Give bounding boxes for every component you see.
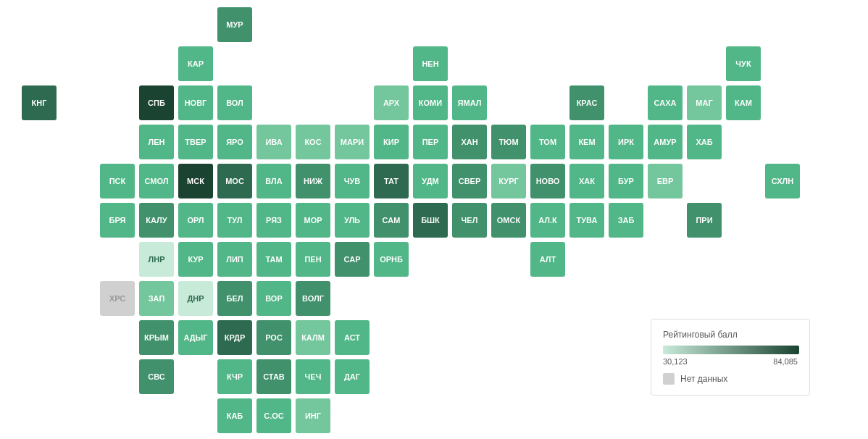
region-cell-ЛНР[interactable]: ЛНР <box>139 242 174 277</box>
region-cell-ОРЛ[interactable]: ОРЛ <box>178 203 213 238</box>
region-cell-МУР[interactable]: МУР <box>217 7 252 42</box>
region-cell-НОВО[interactable]: НОВО <box>530 164 565 198</box>
region-cell-ЧЕЧ[interactable]: ЧЕЧ <box>296 359 330 394</box>
region-cell-ХАН[interactable]: ХАН <box>452 125 487 159</box>
region-cell-УЛЬ[interactable]: УЛЬ <box>335 203 370 238</box>
region-cell-ХАК[interactable]: ХАК <box>569 164 604 198</box>
region-cell-ТАМ[interactable]: ТАМ <box>256 242 291 277</box>
region-cell-БЕЛ[interactable]: БЕЛ <box>217 281 252 316</box>
region-cell-НЕН[interactable]: НЕН <box>413 46 448 81</box>
region-cell-ВЛА[interactable]: ВЛА <box>256 164 291 198</box>
region-cell-ТАТ[interactable]: ТАТ <box>374 164 409 198</box>
region-cell-СМОЛ[interactable]: СМОЛ <box>139 164 174 198</box>
legend-min: 30,123 <box>663 357 688 366</box>
region-cell-ПЕН[interactable]: ПЕН <box>296 242 330 277</box>
region-cell-АЛТ[interactable]: АЛТ <box>530 242 565 277</box>
region-cell-КИР[interactable]: КИР <box>374 125 409 159</box>
region-cell-КАЛУ[interactable]: КАЛУ <box>139 203 174 238</box>
region-cell-САХА[interactable]: САХА <box>648 85 683 120</box>
region-cell-СПБ[interactable]: СПБ <box>139 85 174 120</box>
region-cell-ХАБ[interactable]: ХАБ <box>687 125 722 159</box>
region-cell-СВС[interactable]: СВС <box>139 359 174 394</box>
region-cell-КАЛМ[interactable]: КАЛМ <box>296 320 330 355</box>
region-cell-ТУВА[interactable]: ТУВА <box>569 203 604 238</box>
region-cell-С.ОС[interactable]: С.ОС <box>256 398 291 433</box>
region-cell-МОР[interactable]: МОР <box>296 203 330 238</box>
region-cell-АСТ[interactable]: АСТ <box>335 320 370 355</box>
region-cell-КУР[interactable]: КУР <box>178 242 213 277</box>
region-cell-НИЖ[interactable]: НИЖ <box>296 164 330 198</box>
region-cell-ЛЕН[interactable]: ЛЕН <box>139 125 174 159</box>
region-cell-ПСК[interactable]: ПСК <box>100 164 135 198</box>
region-cell-МОС[interactable]: МОС <box>217 164 252 198</box>
region-cell-КАМ[interactable]: КАМ <box>726 85 761 120</box>
region-cell-КНГ[interactable]: КНГ <box>22 85 57 120</box>
region-cell-МАРИ[interactable]: МАРИ <box>335 125 370 159</box>
legend-gradient <box>663 346 799 354</box>
region-cell-ТВЕР[interactable]: ТВЕР <box>178 125 213 159</box>
region-cell-АРХ[interactable]: АРХ <box>374 85 409 120</box>
region-cell-КЧР[interactable]: КЧР <box>217 359 252 394</box>
region-cell-СТАВ[interactable]: СТАВ <box>256 359 291 394</box>
region-cell-КРАС[interactable]: КРАС <box>569 85 604 120</box>
region-cell-ЗАП[interactable]: ЗАП <box>139 281 174 316</box>
region-cell-САР[interactable]: САР <box>335 242 370 277</box>
region-cell-ОРНБ[interactable]: ОРНБ <box>374 242 409 277</box>
legend-no-data: Нет данных <box>663 373 798 385</box>
region-cell-КРЫМ[interactable]: КРЫМ <box>139 320 174 355</box>
region-cell-МАГ[interactable]: МАГ <box>687 85 722 120</box>
region-cell-ВОР[interactable]: ВОР <box>256 281 291 316</box>
legend-max: 84,085 <box>773 357 798 366</box>
region-cell-ТУЛ[interactable]: ТУЛ <box>217 203 252 238</box>
region-cell-ИВА[interactable]: ИВА <box>256 125 291 159</box>
region-cell-КОС[interactable]: КОС <box>296 125 330 159</box>
region-cell-КЕМ[interactable]: КЕМ <box>569 125 604 159</box>
region-cell-ЗАБ[interactable]: ЗАБ <box>609 203 643 238</box>
region-cell-БРЯ[interactable]: БРЯ <box>100 203 135 238</box>
region-cell-ЧЕЛ[interactable]: ЧЕЛ <box>452 203 487 238</box>
region-cell-КАБ[interactable]: КАБ <box>217 398 252 433</box>
region-cell-ТЮМ[interactable]: ТЮМ <box>491 125 526 159</box>
region-cell-САМ[interactable]: САМ <box>374 203 409 238</box>
region-cell-ВОЛ[interactable]: ВОЛ <box>217 85 252 120</box>
legend: Рейтинговый балл 30,123 84,085 Нет данны… <box>651 319 810 396</box>
region-cell-СХЛН[interactable]: СХЛН <box>765 164 800 198</box>
region-cell-ЯМАЛ[interactable]: ЯМАЛ <box>452 85 487 120</box>
region-cell-ИРК[interactable]: ИРК <box>609 125 643 159</box>
region-cell-ПЕР[interactable]: ПЕР <box>413 125 448 159</box>
region-cell-СВЕР[interactable]: СВЕР <box>452 164 487 198</box>
legend-title: Рейтинговый балл <box>663 330 798 340</box>
legend-no-data-label: Нет данных <box>680 374 727 384</box>
region-cell-НОВГ[interactable]: НОВГ <box>178 85 213 120</box>
region-cell-ТОМ[interactable]: ТОМ <box>530 125 565 159</box>
region-cell-КАР[interactable]: КАР <box>178 46 213 81</box>
region-cell-ЯРО[interactable]: ЯРО <box>217 125 252 159</box>
legend-labels: 30,123 84,085 <box>663 357 798 366</box>
legend-no-data-box <box>663 373 675 385</box>
region-cell-ОМСК[interactable]: ОМСК <box>491 203 526 238</box>
region-cell-ЛИП[interactable]: ЛИП <box>217 242 252 277</box>
region-cell-ИНГ[interactable]: ИНГ <box>296 398 330 433</box>
region-cell-КРДР[interactable]: КРДР <box>217 320 252 355</box>
region-cell-АМУР[interactable]: АМУР <box>648 125 683 159</box>
region-cell-АЛ.К[interactable]: АЛ.К <box>530 203 565 238</box>
region-cell-ПРИ[interactable]: ПРИ <box>687 203 722 238</box>
region-cell-МСК[interactable]: МСК <box>178 164 213 198</box>
region-cell-РЯЗ[interactable]: РЯЗ <box>256 203 291 238</box>
region-cell-ВОЛГ[interactable]: ВОЛГ <box>296 281 330 316</box>
region-cell-БУР[interactable]: БУР <box>609 164 643 198</box>
region-cell-АДЫГ[interactable]: АДЫГ <box>178 320 213 355</box>
region-cell-ДНР[interactable]: ДНР <box>178 281 213 316</box>
region-cell-КУРГ[interactable]: КУРГ <box>491 164 526 198</box>
region-cell-РОС[interactable]: РОС <box>256 320 291 355</box>
region-cell-ЧУК[interactable]: ЧУК <box>726 46 761 81</box>
region-cell-КОМИ[interactable]: КОМИ <box>413 85 448 120</box>
region-cell-ЧУВ[interactable]: ЧУВ <box>335 164 370 198</box>
region-cell-УДМ[interactable]: УДМ <box>413 164 448 198</box>
region-cell-ЕВР[interactable]: ЕВР <box>648 164 683 198</box>
region-cell-ХРС[interactable]: ХРС <box>100 281 135 316</box>
region-cell-ДАГ[interactable]: ДАГ <box>335 359 370 394</box>
region-cell-БШК[interactable]: БШК <box>413 203 448 238</box>
map-container: МУРКАРНЕНЧУККНГСПБНОВГВОЛАРХКОМИЯМАЛКРАС… <box>0 0 868 439</box>
